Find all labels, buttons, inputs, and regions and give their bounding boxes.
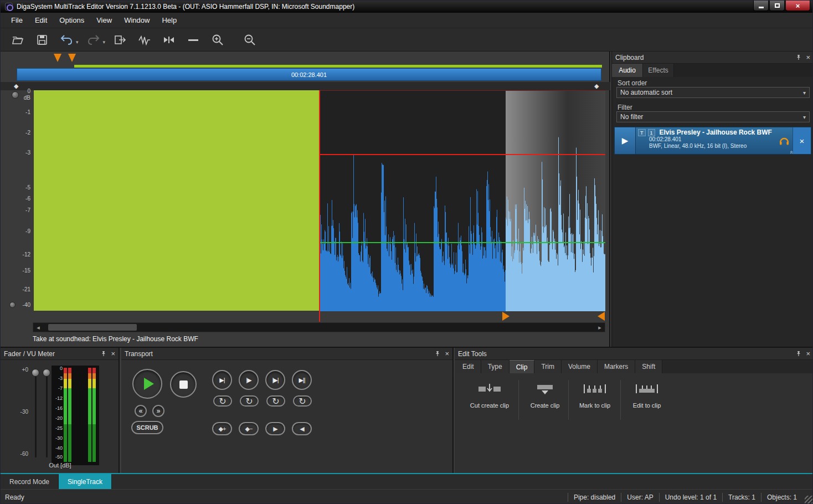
level-line[interactable] [320,242,605,243]
waveform-zone[interactable] [320,90,605,311]
close-icon[interactable]: × [445,351,449,357]
marker-row[interactable]: ◆ ◆ [1,82,610,90]
remove-marker-button[interactable] [185,32,202,48]
fader-track[interactable] [46,371,48,457]
play-from-mark-button[interactable]: |▶ [239,370,259,390]
collapse-icon[interactable]: « [789,151,795,154]
create-clip-button[interactable]: Create clip [520,378,570,425]
prelisten-button[interactable]: « [776,127,793,154]
close-icon[interactable]: × [806,351,810,357]
sort-order-select[interactable]: No automatic sort ▾ [616,87,810,98]
clipboard-item[interactable]: ▶ T 1 Elvis Presley - Jailhouse Rock BWF… [614,127,811,155]
close-icon[interactable]: × [806,54,810,61]
tab-audio[interactable]: Audio [612,64,643,77]
close-button[interactable]: × [785,1,810,11]
tab-markers[interactable]: Markers [598,360,635,373]
pin-icon[interactable] [435,351,440,357]
menu-window[interactable]: Window [118,13,156,27]
fader-scale-label: -60 [16,451,28,457]
fader-track[interactable] [35,371,37,457]
mark-to-clip-button[interactable]: Mark to clip [570,378,620,425]
loop-icon: ↻ [245,396,253,407]
timeline-marker-icon[interactable] [68,54,76,62]
forward-icon: » [157,407,161,415]
loop-button[interactable]: ↻ [293,395,312,407]
pin-icon[interactable] [796,54,801,60]
timeline-marker-icon[interactable] [54,54,61,62]
close-icon: × [800,136,805,146]
scroll-right-icon[interactable]: ▸ [595,323,604,332]
rewind-button[interactable]: « [135,405,147,417]
menu-file[interactable]: File [5,13,29,27]
tab-record-mode[interactable]: Record Mode [1,474,59,489]
zoom-in-button[interactable] [209,32,226,48]
open-button[interactable] [9,32,26,48]
range-diamond-icon[interactable]: ◆ [594,83,599,90]
set-mark-in-button[interactable]: ◆+ [212,422,232,435]
maximize-button[interactable] [769,1,785,11]
scroll-left-icon[interactable]: ◂ [34,323,43,332]
filter-select[interactable]: No filter ▾ [616,111,810,122]
step-back-button[interactable]: ◀ [292,422,312,435]
undo-button[interactable] [58,32,75,48]
clip-remove-button[interactable]: × [793,127,811,154]
resize-grip[interactable] [805,496,812,503]
minimize-button[interactable] [753,1,769,11]
pin-icon[interactable] [101,351,106,357]
clipboard-title: Clipboard [615,54,796,61]
tab-trim[interactable]: Trim [534,360,562,373]
step-forward-icon: ▶ [273,425,277,433]
play-around-button[interactable]: ▶|| [292,370,312,390]
playhead-cursor[interactable] [319,90,320,322]
track-gain-knob[interactable] [9,302,16,308]
tab-singletrack[interactable]: SingleTrack [59,474,112,489]
scrollbar-thumb[interactable] [48,324,137,331]
play-selection-button[interactable]: |▶| [265,370,285,390]
fader-knob-right[interactable] [43,369,50,377]
menu-options[interactable]: Options [53,13,90,27]
tab-edit[interactable]: Edit [456,360,481,373]
overview-bar[interactable]: 00:02:28.401 [17,68,601,81]
redo-button[interactable] [85,32,102,48]
fader-knob-left[interactable] [32,369,39,377]
pin-icon[interactable] [796,351,801,357]
tab-clip[interactable]: Clip [510,360,535,373]
transport-title: Transport [125,350,435,358]
tab-effects[interactable]: Effects [643,64,674,77]
selection-out-marker[interactable] [598,312,605,321]
play-button[interactable] [132,369,162,399]
export-take-button[interactable] [112,32,128,48]
menu-edit[interactable]: Edit [29,13,53,27]
tab-volume[interactable]: Volume [562,360,598,373]
waveform-canvas[interactable] [320,91,605,311]
forward-button[interactable]: » [152,405,164,417]
menu-view[interactable]: View [90,13,118,27]
cut-create-clip-button[interactable]: Cut create clip [465,378,514,425]
save-button[interactable] [34,32,50,48]
tab-type[interactable]: Type [481,360,510,373]
take-block[interactable] [34,90,319,311]
undo-dropdown-icon[interactable]: ▾ [76,39,79,45]
horizontal-scrollbar[interactable]: ◂ ▸ [33,322,605,332]
set-mark-out-button[interactable]: ◆− [239,422,259,435]
selection-in-marker[interactable] [502,312,510,321]
edit-to-clip-button[interactable]: Edit to clip [622,378,672,425]
track-gain-knob[interactable] [12,91,19,99]
loop-button[interactable]: ↻ [213,395,232,407]
menu-help[interactable]: Help [156,13,183,27]
clip-play-button[interactable]: ▶ [615,127,636,154]
loop-button[interactable]: ↻ [240,395,259,407]
play-to-mark-button[interactable]: ▶| [212,370,232,390]
stop-button[interactable] [170,371,197,398]
loop-button[interactable]: ↻ [266,395,285,407]
close-icon[interactable]: × [111,351,115,357]
redo-dropdown-icon[interactable]: ▾ [103,39,106,45]
clip-info: T 1 Elvis Presley - Jailhouse Rock BWF 0… [636,127,776,154]
step-forward-button[interactable]: ▶ [265,422,285,435]
scrub-button[interactable]: SCRUB [131,421,163,434]
tab-shift[interactable]: Shift [635,360,662,373]
vu-scale-label: -30 [53,435,63,441]
goto-mark-button[interactable] [161,32,177,48]
audio-settings-button[interactable] [136,32,153,48]
zoom-out-button[interactable] [241,32,258,48]
